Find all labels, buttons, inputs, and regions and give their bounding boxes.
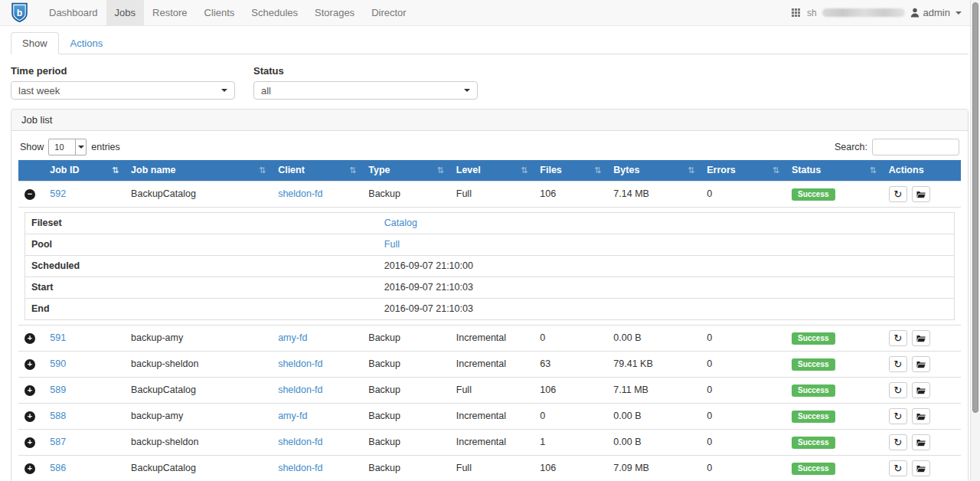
nav-item-dashboard[interactable]: Dashboard (41, 0, 106, 25)
rerun-job-button[interactable]: ↻ (889, 186, 907, 202)
expand-toggle-icon[interactable]: + (24, 437, 35, 448)
column-header-job-id[interactable]: Job ID⇅ (44, 160, 125, 182)
chevron-down-icon (78, 146, 84, 149)
column-header-level[interactable]: Level⇅ (450, 160, 534, 182)
time-period-select[interactable]: last week (11, 81, 235, 100)
nav-item-restore[interactable]: Restore (144, 0, 196, 25)
job-id-link[interactable]: 591 (50, 332, 66, 343)
tab-actions[interactable]: Actions (59, 32, 115, 54)
client-link[interactable]: sheldon-fd (278, 463, 322, 473)
expand-toggle-icon[interactable]: + (24, 359, 35, 370)
column-header-errors[interactable]: Errors⇅ (701, 160, 786, 182)
column-label: Files (540, 165, 562, 176)
column-header-expand (18, 160, 44, 182)
status-badge: Success (792, 437, 835, 449)
column-header-client[interactable]: Client⇅ (272, 160, 362, 182)
open-folder-icon (916, 191, 926, 198)
rerun-job-button[interactable]: ↻ (889, 356, 907, 372)
nav-item-jobs[interactable]: Jobs (106, 0, 144, 25)
vertical-scrollbar[interactable] (970, 0, 980, 481)
status-select[interactable]: all (253, 81, 478, 100)
content-area: Show Actions Time period last week Statu… (0, 26, 980, 481)
rerun-icon: ↻ (893, 385, 902, 395)
rerun-icon: ↻ (893, 463, 902, 473)
column-label: Job ID (50, 165, 79, 176)
show-label: Show (20, 142, 44, 152)
open-folder-icon (916, 439, 926, 447)
job-detail-table: Fileset Catalog Pool Full Scheduled 2016… (24, 212, 955, 320)
job-files-button[interactable] (912, 408, 930, 424)
job-id-link[interactable]: 592 (50, 188, 66, 199)
column-header-status[interactable]: Status⇅ (786, 160, 883, 182)
bytes-cell: 7.11 MB (607, 378, 701, 404)
client-link[interactable]: amy-fd (278, 411, 307, 421)
table-row: + 587 backup-sheldon sheldon-fd Backup I… (18, 430, 961, 456)
table-row: + 586 BackupCatalog sheldon-fd Backup Fu… (18, 456, 961, 481)
job-files-button[interactable] (912, 330, 930, 346)
rerun-job-button[interactable]: ↻ (889, 434, 907, 450)
job-name-cell: BackupCatalog (125, 378, 272, 404)
level-cell: Full (450, 456, 534, 481)
job-files-button[interactable] (912, 434, 930, 450)
column-header-bytes[interactable]: Bytes⇅ (607, 160, 701, 182)
expand-toggle-icon[interactable]: + (24, 411, 35, 422)
entries-value: 10 (49, 142, 75, 152)
rerun-job-button[interactable]: ↻ (889, 408, 907, 424)
open-folder-icon (916, 361, 926, 368)
entries-select[interactable]: 10 (48, 139, 87, 155)
job-name-cell: backup-amy (125, 326, 272, 352)
rerun-job-button[interactable]: ↻ (889, 460, 907, 476)
tab-show[interactable]: Show (11, 32, 59, 54)
client-link[interactable]: sheldon-fd (278, 437, 322, 447)
expand-toggle-icon[interactable]: + (24, 333, 35, 344)
level-cell: Incremental (450, 430, 534, 456)
expand-toggle-icon[interactable]: − (24, 189, 35, 200)
user-menu[interactable]: admin (910, 7, 962, 18)
type-cell: Backup (362, 378, 449, 404)
fileset-link[interactable]: Catalog (384, 218, 417, 228)
job-files-button[interactable] (912, 460, 930, 476)
expand-toggle-icon[interactable]: + (24, 463, 35, 474)
job-files-button[interactable] (912, 382, 930, 398)
job-id-link[interactable]: 586 (50, 463, 66, 473)
client-link[interactable]: sheldon-fd (278, 188, 322, 199)
job-id-link[interactable]: 588 (50, 411, 66, 421)
column-header-job-name[interactable]: Job name⇅ (125, 160, 272, 182)
rerun-job-button[interactable]: ↻ (889, 330, 907, 346)
job-id-link[interactable]: 590 (50, 358, 66, 369)
job-id-link[interactable]: 587 (50, 437, 66, 447)
type-cell: Backup (362, 326, 449, 352)
client-link[interactable]: sheldon-fd (278, 384, 322, 395)
redacted-hostname (822, 8, 905, 17)
select-dropdown-button (75, 139, 86, 155)
scrollbar-thumb[interactable] (972, 2, 978, 413)
nav-item-clients[interactable]: Clients (196, 0, 243, 25)
job-name-cell: BackupCatalog (125, 456, 272, 481)
bytes-cell: 0.00 B (607, 404, 701, 430)
client-link[interactable]: amy-fd (278, 332, 307, 343)
column-header-files[interactable]: Files⇅ (534, 160, 607, 182)
rerun-job-button[interactable]: ↻ (889, 382, 907, 398)
files-cell: 0 (534, 404, 607, 430)
column-header-type[interactable]: Type⇅ (362, 160, 449, 182)
nav-item-schedules[interactable]: Schedules (243, 0, 306, 25)
client-link[interactable]: sheldon-fd (278, 358, 322, 369)
type-cell: Backup (362, 456, 449, 481)
job-files-button[interactable] (912, 356, 930, 372)
pool-link[interactable]: Full (384, 239, 400, 250)
nav-item-director[interactable]: Director (363, 0, 415, 25)
column-label: Job name (131, 165, 175, 176)
job-files-button[interactable] (912, 186, 930, 202)
bytes-cell: 7.09 MB (607, 456, 701, 481)
brand-logo[interactable]: b (11, 0, 28, 25)
level-cell: Incremental (450, 326, 534, 352)
bytes-cell: 79.41 KB (607, 352, 701, 378)
type-cell: Backup (362, 430, 449, 456)
nav-item-storages[interactable]: Storages (306, 0, 363, 25)
detail-label: End (25, 299, 378, 320)
expand-toggle-icon[interactable]: + (24, 385, 35, 396)
job-table-body: − 592 BackupCatalog sheldon-fd Backup Fu… (18, 182, 961, 481)
job-id-link[interactable]: 589 (50, 384, 66, 395)
search-input[interactable] (872, 139, 959, 155)
detail-label: Pool (25, 234, 378, 256)
